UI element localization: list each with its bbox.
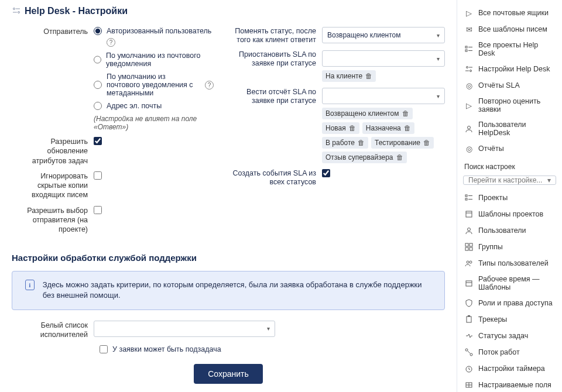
svg-rect-20 (465, 243, 468, 246)
settings-icon (12, 6, 21, 16)
sidebar-item-proj-templates[interactable]: Шаблоны проектов (457, 206, 562, 222)
svg-point-0 (13, 8, 15, 10)
svg-point-2 (18, 12, 20, 13)
sidebar-item-templates[interactable]: ✉Все шаблоны писем (457, 21, 562, 37)
status-icon (464, 331, 474, 341)
sidebar-item-settings[interactable]: Настройки Help Desk (457, 61, 562, 77)
status-tag: Назначена🗑 (362, 122, 414, 134)
users-icon (464, 259, 474, 268)
clock-icon (464, 364, 474, 373)
sidebar-item-roles[interactable]: Роли и права доступа (457, 295, 562, 311)
svg-rect-23 (470, 247, 472, 250)
change-status-select[interactable]: Возвращено клиентом ▾ (322, 27, 445, 43)
status-tag: Тестирование🗑 (371, 137, 434, 149)
svg-point-31 (470, 353, 472, 356)
svg-point-12 (468, 126, 471, 129)
grid-icon (464, 242, 474, 252)
pause-sla-select[interactable]: ▾ (322, 50, 445, 67)
svg-point-10 (470, 70, 472, 72)
ignore-bcc-label: Игнорировать скрытые копии входящих писе… (12, 171, 94, 200)
sender-label: Отправитель (12, 27, 94, 131)
sidebar-item-user-types[interactable]: Типы пользователей (457, 255, 562, 271)
list-icon (464, 44, 474, 54)
svg-rect-17 (466, 211, 472, 217)
svg-point-8 (467, 67, 468, 68)
svg-line-34 (469, 369, 470, 370)
chevron-down-icon: ▾ (267, 325, 270, 332)
status-tag: На клиенте🗑 (322, 70, 376, 82)
help-icon[interactable]: ? (205, 81, 214, 90)
sender-option-meta[interactable]: По умолчанию из почтового уведомления с … (94, 73, 214, 97)
allow-sender-choice-label: Разрешить выбор отправителя (на проекте) (12, 206, 94, 235)
user-icon (464, 226, 474, 235)
svg-point-30 (465, 349, 468, 351)
target-icon: ◎ (464, 81, 474, 90)
sender-option-email[interactable]: Адрес эл. почты (94, 102, 214, 110)
sidebar-item-reeval[interactable]: ▷Повторно оценить заявки (457, 94, 562, 117)
sidebar-item-hd-users[interactable]: Пользователи HelpDesk (457, 117, 562, 140)
calendar-icon (464, 278, 474, 288)
play-icon: ▷ (464, 101, 474, 110)
create-sla-events-checkbox[interactable] (322, 169, 330, 177)
status-tag: Новая🗑 (322, 122, 359, 134)
user-icon (464, 124, 474, 133)
sidebar-item-custom-fields[interactable]: Настраиваемые поля (457, 377, 562, 392)
sidebar-item-timer[interactable]: Настройки таймера (457, 360, 562, 377)
sidebar-item-users[interactable]: Пользователи (457, 222, 562, 239)
status-tag: Возвращено клиентом🗑 (322, 108, 413, 119)
allow-update-checkbox[interactable] (94, 137, 102, 145)
allow-update-label: Разрешить обновление атрибутов задач (12, 137, 94, 166)
chevron-down-icon: ▾ (437, 56, 440, 62)
sidebar-item-projects[interactable]: Все проекты Help Desk (457, 37, 562, 61)
subtask-option[interactable]: У заявки может быть подзадача (100, 345, 445, 353)
sidebar-item-groups[interactable]: Группы (457, 239, 562, 255)
sidebar-item-reports[interactable]: ◎Отчёты (457, 140, 562, 157)
change-status-label: Поменять статус, после того как клиент о… (231, 27, 322, 44)
trash-icon[interactable]: 🗑 (358, 139, 365, 147)
trash-icon[interactable]: 🗑 (402, 109, 409, 118)
count-sla-label: Вести отсчёт SLA по заявке при статусе (231, 88, 322, 163)
clipboard-icon (464, 315, 474, 324)
trash-icon[interactable]: 🗑 (404, 124, 411, 132)
sender-note: (Настройка не влияет на поле «Ответ») (94, 115, 214, 131)
svg-rect-13 (465, 195, 467, 197)
fields-icon (464, 380, 474, 390)
trash-icon[interactable]: 🗑 (423, 139, 430, 147)
trash-icon[interactable]: 🗑 (349, 124, 356, 132)
help-icon[interactable]: ? (107, 38, 115, 47)
play-icon: ▷ (464, 8, 474, 18)
sidebar-item-statuses[interactable]: Статусы задач (457, 328, 562, 344)
ignore-bcc-checkbox[interactable] (94, 171, 102, 180)
shield-icon (464, 298, 474, 308)
chevron-down-icon: ▾ (437, 32, 440, 39)
info-icon: i (25, 280, 35, 290)
main-content: Help Desk - Настройки Отправитель Автори… (0, 0, 457, 392)
trash-icon[interactable]: 🗑 (396, 153, 403, 161)
svg-point-24 (467, 261, 469, 263)
goto-setting-select[interactable]: Перейти к настройке... ▾ (463, 176, 556, 185)
svg-rect-4 (465, 46, 467, 48)
sender-option-default[interactable]: По умолчанию из почтового уведомления (94, 51, 214, 68)
trash-icon[interactable]: 🗑 (365, 72, 372, 80)
svg-point-25 (470, 261, 472, 263)
count-sla-select[interactable]: ▾ (322, 88, 445, 104)
save-button[interactable]: Сохранить (194, 364, 263, 384)
status-tag: Отзыв супервайзера🗑 (322, 152, 407, 163)
pause-sla-label: Приостановить SLA по заявке при статусе (231, 50, 322, 82)
info-box: i Здесь можно задать критерии, по которы… (12, 271, 445, 310)
allow-sender-choice-checkbox[interactable] (94, 206, 102, 214)
sidebar-item-sla-reports[interactable]: ◎Отчёты SLA (457, 77, 562, 94)
svg-point-19 (468, 228, 471, 231)
sidebar-item-projects2[interactable]: Проекты (457, 190, 562, 206)
sidebar-item-worktime[interactable]: Рабочее время — Шаблоны (457, 271, 562, 295)
sidebar-item-mailboxes[interactable]: ▷Все почтовые ящики (457, 5, 562, 21)
page-title: Help Desk - Настройки (12, 6, 445, 16)
sidebar-item-trackers[interactable]: Трекеры (457, 311, 562, 328)
sliders-icon (464, 64, 474, 74)
whitelist-select[interactable]: ▾ (94, 321, 275, 337)
whitelist-label: Белый список исполнителей (12, 321, 94, 340)
sidebar-item-workflow[interactable]: Поток работ (457, 344, 562, 360)
envelope-icon: ✉ (464, 25, 474, 34)
sender-option-authorized[interactable]: Авторизованный пользователь (94, 27, 214, 35)
svg-rect-14 (465, 198, 467, 200)
